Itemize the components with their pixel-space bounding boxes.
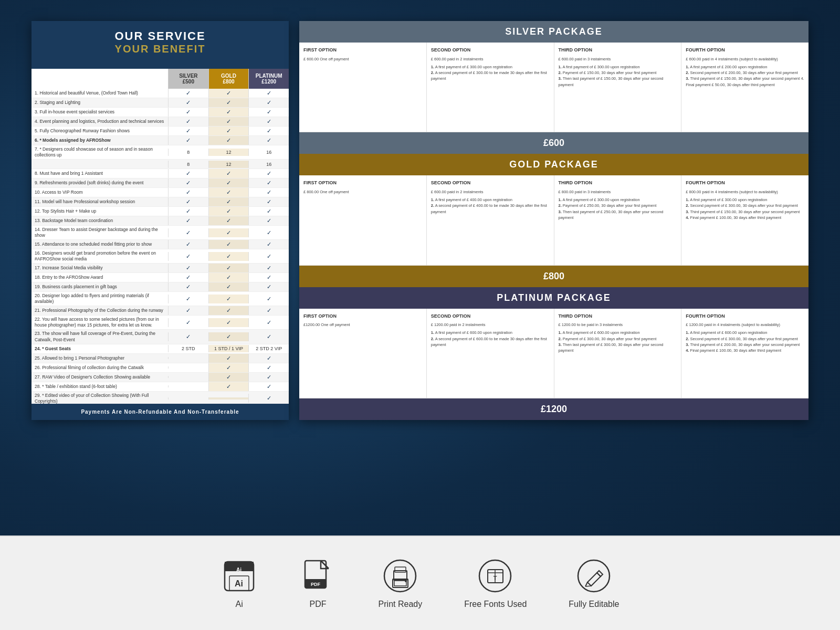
- svg-point-16: [405, 580, 407, 582]
- pkg-option: FIRST OPTION£ 800.00 One off payment: [299, 175, 427, 265]
- svg-text:T: T: [494, 575, 497, 581]
- pdf-icon: PDF: [300, 558, 337, 594]
- print-item: Print Ready: [379, 558, 423, 609]
- pdf-item: PDF PDF: [300, 558, 337, 609]
- option-text: £ 800.00 paid in 3 instalments1. A first…: [559, 189, 677, 220]
- main-container: OUR SERVICE YOUR BENEFIT SILVER£500 GOLD…: [0, 0, 840, 430]
- pkg-option: FOURTH OPTION£ 600.00 paid in 4 instalme…: [681, 43, 808, 132]
- gold-cell: [208, 397, 249, 400]
- svg-text:Ai: Ai: [235, 579, 243, 588]
- item-label: 21. Professional Photography of the Coll…: [32, 307, 168, 314]
- pkg-option: SECOND OPTION£ 600.00 paid in 2 instalme…: [427, 175, 554, 265]
- platinum-cell: ✓: [248, 117, 289, 126]
- pkg-option: THIRD OPTION£ 600.00 paid in 3 instalmen…: [554, 43, 682, 132]
- table-row: 15. Attendance to one scheduled model fi…: [32, 240, 289, 249]
- silver-cell: ✓: [168, 98, 208, 107]
- option-text: £ 1200.00 to be paid in 3 instalments1. …: [559, 322, 677, 353]
- pkg-title-platinum: PLATINUM PACKAGE: [299, 287, 808, 309]
- table-row: 20. Designer logo added to flyers and pr…: [32, 292, 289, 306]
- silver-cell: [168, 357, 208, 359]
- option-title: FOURTH OPTION: [686, 313, 804, 320]
- option-text: £1200.00 One off payment: [303, 322, 422, 328]
- ai-item: Ai Ai Ai: [221, 558, 258, 609]
- left-footer: Payments Are Non-Refundable And Non-Tran…: [32, 404, 289, 420]
- item-label: 28. * Table / exhibition stand (6-foot t…: [32, 383, 168, 391]
- table-row: 14. Dresser Team to assist Designer back…: [32, 226, 289, 240]
- gold-cell: ✓: [208, 282, 249, 291]
- platinum-cell: ✓: [248, 354, 289, 363]
- benefit-title: YOUR BENEFIT: [37, 43, 284, 55]
- table-row: 27. RAW Video of Designer's Collection S…: [32, 373, 289, 382]
- option-text: £ 600.00 paid in 2 instalments1. A first…: [431, 189, 550, 215]
- item-label: 24. * Guest Seats: [32, 345, 168, 353]
- table-row: 21. Professional Photography of the Coll…: [32, 306, 289, 316]
- pkg-option: FIRST OPTION£1200.00 One off payment: [299, 309, 427, 398]
- gold-cell: ✓: [208, 252, 249, 261]
- item-label: 18. Entry to the AFROShow Award: [32, 274, 168, 281]
- option-text: £ 600.00 paid in 3 instalments1. A first…: [559, 56, 677, 88]
- item-label: 22. You will have access to some selecte…: [32, 316, 168, 329]
- svg-line-23: [585, 582, 587, 586]
- gold-cell: ✓: [208, 98, 249, 107]
- left-document: OUR SERVICE YOUR BENEFIT SILVER£500 GOLD…: [32, 21, 289, 420]
- silver-cell: ✓: [168, 207, 208, 216]
- silver-cell: [168, 366, 208, 369]
- item-label: 15. Attendance to one scheduled model fi…: [32, 240, 168, 248]
- svg-line-24: [585, 586, 591, 586]
- silver-cell: ✓: [168, 136, 208, 145]
- silver-cell: ✓: [168, 197, 208, 206]
- silver-cell: ✓: [168, 89, 208, 98]
- table-row: 9. Refreshments provided (soft drinks) d…: [32, 178, 289, 188]
- silver-cell: ✓: [168, 318, 208, 327]
- item-label: 5. Fully Choreographed Runway Fashion sh…: [32, 127, 168, 135]
- fonts-item: T Free Fonts Used: [464, 558, 527, 609]
- silver-cell: ✓: [168, 108, 208, 117]
- platinum-cell: ✓: [248, 240, 289, 249]
- option-text: £ 600.00 paid in 2 instalments1. A first…: [431, 56, 550, 82]
- gold-cell: ✓: [208, 117, 249, 126]
- svg-text:Ai: Ai: [236, 567, 242, 573]
- gold-cell: ✓: [208, 273, 249, 282]
- table-row: 5. Fully Choreographed Runway Fashion sh…: [32, 127, 289, 136]
- table-row: 3. Full in-house event specialist servic…: [32, 108, 289, 117]
- platinum-cell: ✓: [248, 216, 289, 225]
- table-row: 25. Allowed to bring 1 Personal Photogra…: [32, 354, 289, 363]
- platinum-cell: ✓: [248, 282, 289, 291]
- option-text: £ 800.00 paid in 4 instalments (subject …: [686, 189, 804, 220]
- item-label: 25. Allowed to bring 1 Personal Photogra…: [32, 354, 168, 362]
- platinum-cell: ✓: [248, 318, 289, 327]
- gold-cell: ✓: [208, 197, 249, 206]
- pkg-price-gold: £800: [299, 266, 808, 287]
- table-row: 10. Access to VIP Room✓✓✓: [32, 188, 289, 197]
- pkg-price-platinum: £1200: [299, 398, 808, 420]
- silver-cell: ✓: [168, 252, 208, 261]
- table-row: 29. * Edited video of your of Collection…: [32, 392, 289, 404]
- platinum-cell: ✓: [248, 136, 289, 145]
- platinum-cell: ✓: [248, 108, 289, 117]
- fonts-icon: T: [477, 558, 514, 594]
- platinum-cell: ✓: [248, 264, 289, 272]
- option-title: FOURTH OPTION: [686, 47, 804, 54]
- bottom-bar: Ai Ai Ai PDF PDF: [0, 536, 840, 630]
- silver-cell: 8: [168, 161, 208, 168]
- platinum-cell: ✓: [248, 394, 289, 403]
- edit-icon: [575, 558, 612, 594]
- right-document: SILVER PACKAGEFIRST OPTION£ 600.00 One o…: [299, 21, 808, 420]
- table-row: 12. Top Stylists Hair + Make up✓✓✓: [32, 207, 289, 216]
- silver-cell: ✓: [168, 295, 208, 303]
- item-label: 9. Refreshments provided (soft drinks) d…: [32, 179, 168, 187]
- platinum-cell: ✓: [248, 252, 289, 261]
- item-label: 3. Full in-house event specialist servic…: [32, 108, 168, 116]
- platinum-cell: ✓: [248, 273, 289, 282]
- platinum-header: PLATINUM£1200: [248, 69, 289, 89]
- platinum-cell: 16: [248, 161, 289, 168]
- platinum-cell: ✓: [248, 363, 289, 372]
- silver-cell: ✓: [168, 188, 208, 197]
- table-row: 81216: [32, 160, 289, 169]
- gold-cell: ✓: [208, 188, 249, 197]
- silver-cell: ✓: [168, 240, 208, 249]
- table-row: 7. * Designers could showcase out of sea…: [32, 145, 289, 160]
- gold-cell: ✓: [208, 363, 249, 372]
- platinum-cell: ✓: [248, 382, 289, 391]
- gold-cell: ✓: [208, 295, 249, 303]
